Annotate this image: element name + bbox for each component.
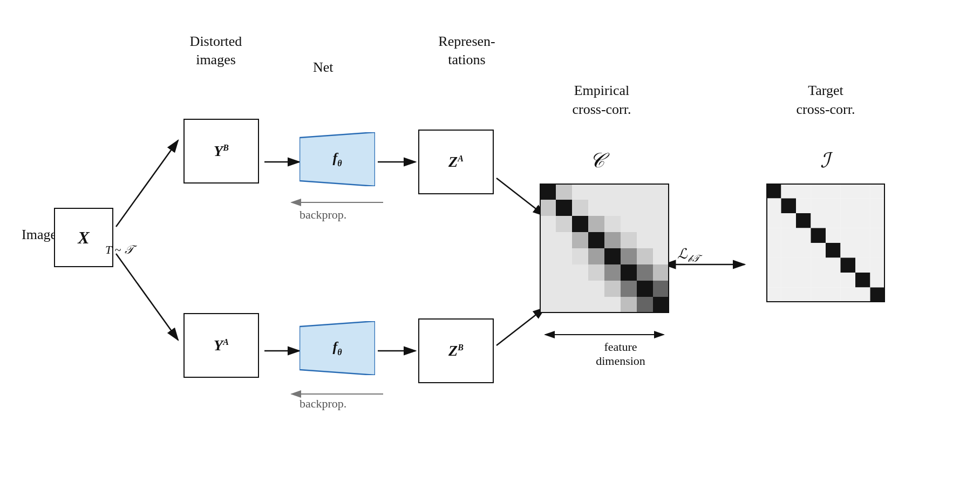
yb-label: YB — [214, 142, 229, 160]
top-trapezoid: fθ — [300, 132, 375, 186]
representations-label: Represen- tations — [418, 32, 515, 69]
empirical-label: Empirical cross-corr. — [545, 81, 658, 119]
ya-box: YA — [183, 313, 259, 378]
top-f-theta-label: fθ — [333, 150, 342, 168]
za-box: ZA — [418, 130, 494, 194]
svg-line-5 — [116, 140, 178, 227]
zb-label: ZB — [448, 342, 464, 359]
svg-line-6 — [116, 254, 178, 340]
i-symbol: ℐ — [820, 148, 830, 172]
zb-box: ZB — [418, 318, 494, 383]
t-label: T ~ 𝒯 — [105, 243, 132, 257]
x-box: X — [54, 208, 113, 267]
svg-line-11 — [496, 178, 545, 216]
c-symbol: 𝒞 — [588, 148, 603, 173]
x-label: X — [78, 228, 89, 248]
i-matrix — [766, 184, 885, 302]
bottom-f-theta-label: fθ — [333, 339, 342, 357]
diagram: Images X T ~ 𝒯 Distorted images YB YA Ne… — [0, 0, 980, 489]
backprop-top-label: backprop. — [300, 208, 346, 222]
bottom-trapezoid: fθ — [300, 321, 375, 375]
distorted-images-label: Distorted images — [167, 32, 264, 69]
net-label: Net — [313, 59, 334, 76]
backprop-bottom-label: backprop. — [300, 397, 346, 411]
ya-label: YA — [214, 337, 229, 354]
l-bt-label: ℒ𝒷𝒯 — [677, 246, 698, 264]
c-matrix — [540, 184, 669, 313]
yb-box: YB — [183, 119, 259, 184]
svg-line-12 — [496, 308, 545, 345]
za-label: ZA — [448, 153, 464, 171]
feature-dimension-label: feature dimension — [567, 340, 675, 368]
target-label: Target cross-corr. — [772, 81, 880, 119]
